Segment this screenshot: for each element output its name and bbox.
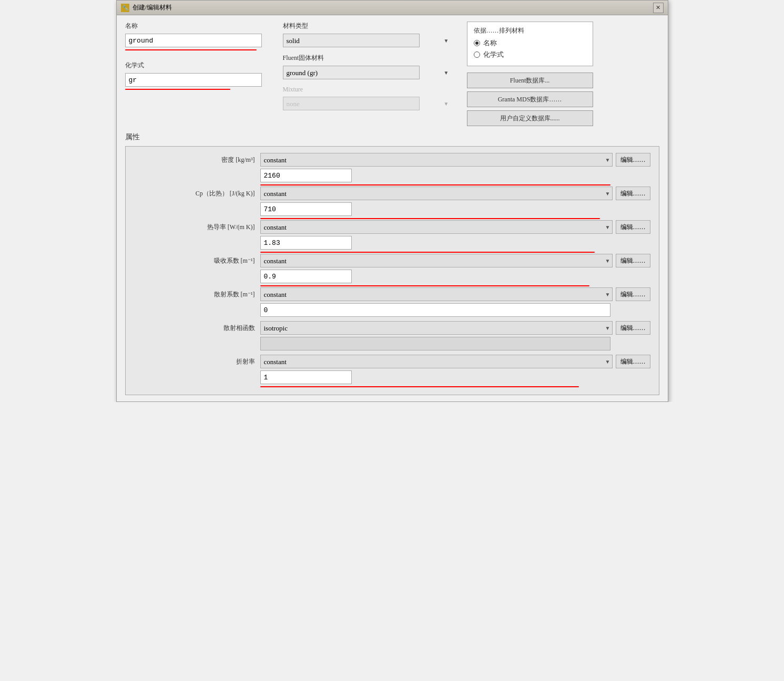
cp-row: Cp（比热） [J/(kg K)] constant ▼ 编辑…… [134, 187, 650, 200]
sort-title: 依据……排列材料 [474, 26, 586, 35]
absorption-select-wrapper: constant ▼ [260, 254, 613, 267]
fluent-solid-select[interactable]: ground (gr) [283, 66, 420, 79]
scattering-row: 散射系数 [m⁻¹] constant ▼ 编辑…… [134, 287, 650, 301]
formula-input-wrapper [125, 73, 272, 87]
name-input-wrapper [125, 34, 272, 47]
properties-section: 属性 密度 [kg/m³] constant ▼ 编辑…… [125, 132, 659, 395]
scattering-select[interactable]: constant [260, 287, 613, 301]
absorption-select[interactable]: constant [260, 254, 613, 267]
mid-fields: 材料类型 solid fluid mixture ▼ Fluent固体材料 [283, 22, 451, 126]
mixture-select[interactable]: none [283, 97, 420, 110]
left-fields: 名称 化学式 [125, 22, 272, 126]
scatter-phase-value-row [134, 337, 650, 350]
material-type-select[interactable]: solid fluid mixture [283, 34, 420, 47]
sort-name-radio-circle [474, 40, 480, 46]
cp-select[interactable]: constant [260, 187, 613, 200]
fluent-db-button[interactable]: Fluent数据库... [467, 73, 593, 88]
scattering-select-wrapper: constant ▼ [260, 287, 613, 301]
right-fields: 依据……排列材料 名称 化学式 Fluent数据库... Granta MDS数… [467, 22, 593, 126]
scattering-edit-button[interactable]: 编辑…… [616, 287, 650, 301]
thermal-row: 热导率 [W/(m K)] constant ▼ 编辑…… [134, 220, 650, 234]
dialog: 🔧 创建/编辑材料 ✕ 名称 化学式 [116, 0, 668, 402]
density-select-wrapper: constant ▼ [260, 153, 613, 167]
thermal-value-wrapper [260, 236, 610, 250]
formula-label: 化学式 [125, 61, 272, 70]
material-type-select-wrapper: solid fluid mixture ▼ [283, 34, 451, 47]
density-label: 密度 [kg/m³] [134, 156, 260, 164]
material-type-label: 材料类型 [283, 22, 451, 30]
fluent-solid-select-wrapper: ground (gr) ▼ [283, 66, 451, 79]
scatter-phase-value-placeholder [260, 337, 610, 350]
thermal-label: 热导率 [W/(m K)] [134, 223, 260, 232]
thermal-value-input[interactable] [260, 236, 352, 250]
scattering-label: 散射系数 [m⁻¹] [134, 290, 260, 299]
cp-value-row [134, 202, 650, 216]
fluent-solid-label: Fluent固体材料 [283, 54, 451, 63]
scatter-phase-select-wrapper: isotropic ▼ [260, 321, 613, 335]
formula-input[interactable] [125, 73, 262, 87]
refraction-select-wrapper: constant ▼ [260, 355, 613, 368]
content: 名称 化学式 材料类型 [117, 15, 668, 401]
refraction-value-input[interactable] [260, 370, 352, 384]
scatter-phase-row: 散射相函数 isotropic ▼ 编辑…… [134, 321, 650, 335]
name-label: 名称 [125, 22, 272, 30]
scatter-phase-edit-button[interactable]: 编辑…… [616, 321, 650, 335]
sort-formula-radio-circle [474, 51, 480, 58]
app-icon: 🔧 [121, 4, 129, 12]
refraction-value-row [134, 370, 650, 384]
top-section: 名称 化学式 材料类型 [125, 22, 659, 126]
thermal-select-wrapper: constant ▼ [260, 220, 613, 234]
mixture-label: Mixture [283, 86, 451, 94]
sort-formula-radio[interactable]: 化学式 [474, 50, 586, 59]
sort-formula-label: 化学式 [483, 50, 504, 59]
absorption-edit-button[interactable]: 编辑…… [616, 254, 650, 267]
thermal-edit-button[interactable]: 编辑…… [616, 220, 650, 234]
density-row: 密度 [kg/m³] constant ▼ 编辑…… [134, 153, 650, 167]
close-button[interactable]: ✕ [653, 3, 664, 13]
user-db-button[interactable]: 用户自定义数据库...... [467, 110, 593, 126]
mixture-arrow: ▼ [444, 101, 449, 107]
scatter-phase-select[interactable]: isotropic [260, 321, 613, 335]
density-value-wrapper [260, 169, 610, 182]
mixture-select-wrapper: none ▼ [283, 97, 451, 110]
fluent-solid-group: Fluent固体材料 ground (gr) ▼ [283, 54, 451, 79]
mixture-group: Mixture none ▼ [283, 86, 451, 110]
material-type-arrow: ▼ [444, 38, 449, 44]
absorption-value-wrapper [260, 270, 610, 283]
fluent-solid-arrow: ▼ [444, 70, 449, 76]
title-bar: 🔧 创建/编辑材料 ✕ [117, 1, 668, 15]
cp-value-input[interactable] [260, 202, 352, 216]
cp-select-wrapper: constant ▼ [260, 187, 613, 200]
properties-title: 属性 [125, 132, 659, 142]
absorption-row: 吸收系数 [m⁻¹] constant ▼ 编辑…… [134, 254, 650, 267]
granta-db-button[interactable]: Granta MDS数据库…… [467, 91, 593, 107]
sort-name-radio[interactable]: 名称 [474, 38, 586, 48]
cp-value-wrapper [260, 202, 610, 216]
thermal-value-row [134, 236, 650, 250]
name-group: 名称 [125, 22, 272, 47]
density-select[interactable]: constant [260, 153, 613, 167]
cp-edit-button[interactable]: 编辑…… [616, 187, 650, 200]
sort-name-label: 名称 [483, 38, 497, 48]
cp-label: Cp（比热） [J/(kg K)] [134, 189, 260, 198]
thermal-select[interactable]: constant [260, 220, 613, 234]
refraction-select[interactable]: constant [260, 355, 613, 368]
refraction-label: 折射率 [134, 357, 260, 366]
scattering-value-input[interactable] [260, 303, 610, 317]
sort-section: 依据……排列材料 名称 化学式 [467, 22, 593, 66]
scattering-value-row [134, 303, 650, 317]
absorption-value-input[interactable] [260, 270, 352, 283]
density-value-row [134, 169, 650, 182]
material-type-group: 材料类型 solid fluid mixture ▼ [283, 22, 451, 47]
refraction-value-wrapper [260, 370, 610, 384]
formula-group: 化学式 [125, 61, 272, 87]
title-text: 创建/编辑材料 [133, 3, 172, 12]
name-input[interactable] [125, 34, 262, 47]
refraction-edit-button[interactable]: 编辑…… [616, 355, 650, 368]
title-bar-left: 🔧 创建/编辑材料 [121, 3, 172, 12]
absorption-label: 吸收系数 [m⁻¹] [134, 256, 260, 265]
scatter-phase-label: 散射相函数 [134, 324, 260, 333]
absorption-value-row [134, 270, 650, 283]
density-value-input[interactable] [260, 169, 352, 182]
density-edit-button[interactable]: 编辑…… [616, 153, 650, 167]
